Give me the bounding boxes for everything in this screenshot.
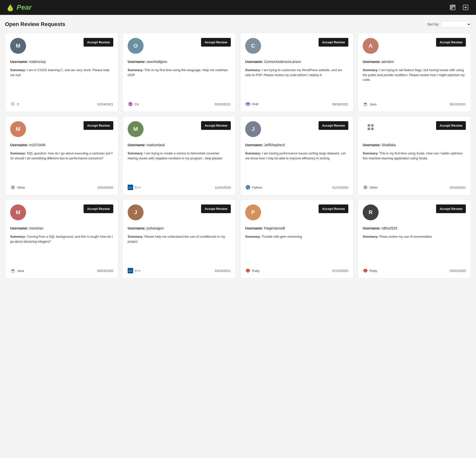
main-content: Open Review Requests Sort by: Date Langu… <box>0 15 476 285</box>
card-language: php PHP <box>245 101 259 107</box>
cards-grid: M Accept Review Username: mattmcvey Summ… <box>5 33 471 279</box>
language-icon <box>10 185 16 190</box>
card-top: M Accept Review <box>128 121 231 137</box>
accept-review-button[interactable]: Accept Review <box>436 121 466 130</box>
card-summary: Summary: This is my first time using Sca… <box>363 151 466 180</box>
svg-rect-19 <box>371 124 374 127</box>
svg-rect-2 <box>450 7 453 8</box>
accept-review-button[interactable]: Accept Review <box>201 204 231 213</box>
app-name: Pear <box>17 3 32 11</box>
card-footer: Rb Ruby 07/24/2020 <box>245 268 348 273</box>
language-label: Other <box>370 186 378 189</box>
card-summary: Summary: I am trying to create a celcius… <box>128 151 231 180</box>
card-top: O Accept Review <box>128 38 231 54</box>
card-username: Username: josharagon <box>128 226 231 230</box>
svg-text:C++: C++ <box>128 187 132 189</box>
accept-review-button[interactable]: Accept Review <box>319 204 348 213</box>
card-top: J Accept Review <box>128 204 231 220</box>
avatar: M <box>10 204 26 220</box>
language-label: Ruby <box>252 269 260 273</box>
card-date: 09/18/2021 <box>332 102 348 106</box>
sort-by-section: Sort by: Date Language Username <box>427 21 471 28</box>
avatar: R <box>363 204 379 220</box>
review-card: O Accept Review Username: owenhallgren S… <box>122 33 236 112</box>
page-title: Open Review Requests <box>5 21 65 28</box>
avatar: M <box>10 121 26 137</box>
card-username: Username: PaigeVannelli <box>245 226 348 230</box>
card-language: Other <box>10 185 25 190</box>
accept-review-button[interactable]: Accept Review <box>201 121 231 130</box>
card-summary: Summary: This is my first time using thi… <box>128 68 231 96</box>
language-icon: ☕ <box>363 101 368 107</box>
language-label: Other <box>17 186 25 189</box>
card-top: R Accept Review <box>363 204 466 220</box>
accept-review-button[interactable]: Accept Review <box>84 38 113 47</box>
language-icon: php <box>245 101 251 107</box>
svg-text:Py: Py <box>247 186 249 189</box>
language-label: PHP <box>252 102 259 106</box>
card-language: Rb Ruby <box>363 268 377 273</box>
language-icon: C++ <box>128 185 133 190</box>
card-language: C++ C++ <box>128 268 141 273</box>
card-language: ☕ Java <box>10 268 24 273</box>
sort-select[interactable]: Date Language Username <box>441 21 471 28</box>
card-footer: Other 10/24/2020 <box>10 185 113 190</box>
card-summary: Summary: Pleas review my use of enumerab… <box>363 234 466 263</box>
card-username: Username: aemiers <box>363 60 466 64</box>
card-footer: php PHP 09/18/2021 <box>245 101 348 107</box>
svg-point-12 <box>12 186 14 188</box>
accept-review-button[interactable]: Accept Review <box>319 38 348 47</box>
svg-point-22 <box>364 186 366 188</box>
avatar: M <box>10 38 26 54</box>
list-icon-button[interactable] <box>448 3 457 12</box>
language-label: C# <box>135 102 139 106</box>
language-icon: Rb <box>245 268 251 273</box>
svg-text:C#: C# <box>129 103 132 106</box>
accept-review-button[interactable]: Accept Review <box>84 204 113 213</box>
pear-icon: 🍐 <box>6 3 15 12</box>
svg-rect-18 <box>368 124 370 127</box>
card-language: Other <box>363 185 378 190</box>
language-label: Python <box>252 186 262 189</box>
card-date: 06/15/2021 <box>450 102 466 106</box>
card-top: M Accept Review <box>10 121 113 137</box>
card-date: 10/24/2020 <box>97 186 113 189</box>
card-summary: Summary: Coming from a SQL background, a… <box>10 234 113 263</box>
review-card: J Accept Review Username: JeffShepherd S… <box>240 116 354 195</box>
language-label: C++ <box>135 186 141 189</box>
avatar: A <box>363 38 379 54</box>
card-date: 03/24/2021 <box>215 269 231 273</box>
svg-text:php: php <box>246 103 250 106</box>
add-icon-button[interactable] <box>461 3 470 12</box>
review-card: M Accept Review Username: mattumland Sum… <box>122 116 236 195</box>
page-header: Open Review Requests Sort by: Date Langu… <box>5 21 471 28</box>
review-card: J Accept Review Username: josharagon Sum… <box>122 199 236 279</box>
logo-section: 🍐 Pear <box>6 3 32 12</box>
review-card: M Accept Review Username: mattmcvey Summ… <box>5 33 119 112</box>
avatar: J <box>245 121 261 137</box>
card-username: Username: mattumland <box>128 143 231 147</box>
accept-review-button[interactable]: Accept Review <box>84 121 113 130</box>
card-date: 02/24/2021 <box>97 102 113 106</box>
avatar: J <box>128 204 144 220</box>
svg-text:Rb: Rb <box>247 270 249 272</box>
card-footer: Other 02/24/2021 <box>363 185 466 190</box>
card-date: 02/24/2021 <box>215 102 231 106</box>
card-date: 01/24/2020 <box>332 186 348 189</box>
card-username: Username: JeffShepherd <box>245 143 348 147</box>
avatar: C <box>245 38 261 54</box>
card-top: M Accept Review <box>10 204 113 220</box>
card-date: 07/24/2020 <box>332 269 348 273</box>
card-language: Py Python <box>245 185 262 190</box>
card-username: Username: monshan <box>10 226 113 230</box>
accept-review-button[interactable]: Accept Review <box>436 204 466 213</box>
card-top: Accept Review <box>363 121 466 137</box>
accept-review-button[interactable]: Accept Review <box>201 38 231 47</box>
accept-review-button[interactable]: Accept Review <box>319 121 348 130</box>
accept-review-button[interactable]: Accept Review <box>436 38 466 47</box>
language-icon: C# <box>128 101 133 107</box>
card-username: Username: m1073496 <box>10 143 113 147</box>
card-footer: C++ C++ 12/24/2020 <box>128 185 231 190</box>
svg-rect-1 <box>450 6 455 7</box>
avatar: O <box>128 38 144 54</box>
